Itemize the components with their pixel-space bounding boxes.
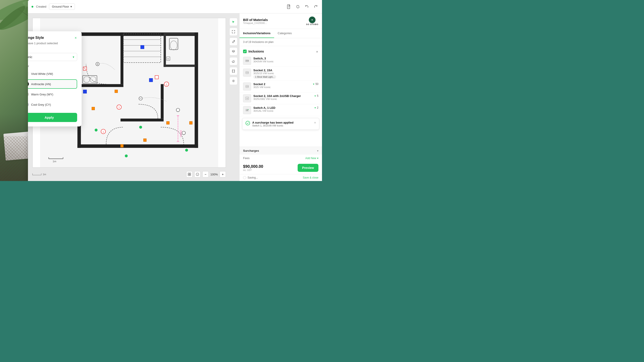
saving-label: Saving... — [248, 176, 258, 179]
apply-button[interactable]: Apply — [28, 113, 77, 122]
surcharge-subtitle: Switch 1, 3015XA VW Iconic — [252, 124, 312, 127]
svg-rect-16 — [120, 119, 164, 122]
total-price: $90,000.00 — [243, 164, 263, 169]
save-close-button[interactable]: Save & close — [303, 176, 318, 179]
item-thumbnail: USB — [243, 94, 251, 102]
qty-arrow-icon: ▼ — [314, 107, 316, 109]
item-name: Socket 2, 10A with 2xUSB Charger — [253, 94, 312, 98]
qty-value: 2 — [317, 106, 318, 109]
redo-icon[interactable] — [313, 4, 318, 9]
modal-header: Change Style × — [28, 36, 77, 40]
sostobo-logo: SO STOBO — [306, 16, 318, 25]
colour-vivid-white[interactable]: Vivid White (VW) — [28, 69, 77, 78]
inclusions-left: Inclusions — [243, 50, 264, 53]
svg-rect-74 — [232, 72, 233, 72]
status-dot — [32, 6, 33, 7]
qty-arrow-icon: ▼ — [314, 95, 316, 97]
bom-panel: Bill of Materials Tchappat_CH29590... SO… — [239, 13, 322, 181]
surcharge-notification: A surcharge has been applied Switch 1, 3… — [242, 118, 319, 130]
svg-rect-40 — [115, 90, 118, 93]
zoom-in-button[interactable]: + — [220, 171, 226, 177]
svg-text:1: 1 — [166, 83, 167, 86]
edit-icon[interactable] — [230, 37, 238, 45]
zoom-level: 100% — [210, 173, 218, 176]
colour-anthracite[interactable]: Anthracite (AN) — [28, 79, 77, 89]
svg-text:2500m: 2500m — [180, 130, 182, 137]
bom-header: Bill of Materials Tchappat_CH29590... SO… — [240, 13, 322, 29]
bom-subtitle: Tchappat_CH29590... — [243, 22, 268, 24]
inclusions-collapse-icon[interactable]: ▲ — [316, 50, 318, 53]
modal-subtitle: You have 1 product selected — [28, 41, 77, 45]
inclusions-title: Inclusions — [248, 50, 264, 53]
style-value: Iconic — [28, 55, 32, 59]
list-item[interactable]: Switch, 3 3043VA VW Iconic — [240, 55, 322, 67]
svg-text:1: 1 — [118, 106, 120, 109]
zoom-out-button[interactable]: − — [202, 171, 209, 177]
svg-rect-79 — [188, 175, 189, 176]
style-dropdown[interactable]: Iconic ▾ — [28, 53, 77, 61]
refresh-icon[interactable] — [295, 4, 300, 9]
chevron-down-icon: ▾ — [73, 55, 74, 59]
add-new-chevron-icon: ▾ — [317, 157, 318, 160]
svg-rect-18 — [164, 32, 166, 67]
list-item[interactable]: Switch A, 1 LED 3041AL VW Iconic ▼ 2 — [240, 104, 322, 116]
item-name: Switch A, 1 LED — [253, 106, 312, 109]
tab-categories[interactable]: Categories — [274, 29, 296, 38]
list-item[interactable]: USB Socket 2, 10A with 2xUSB Charger 302… — [240, 92, 322, 104]
svg-rect-56 — [83, 90, 86, 93]
eraser-icon[interactable] — [230, 57, 238, 65]
toolbar-icons — [286, 4, 318, 9]
grid-view-icon[interactable] — [186, 171, 192, 177]
svg-rect-87 — [248, 60, 248, 61]
surcharge-close-button[interactable]: × — [314, 121, 316, 124]
add-new-label: Add New — [305, 157, 316, 160]
info-icon[interactable]: i — [194, 171, 200, 177]
item-info: Socket 2 3025 VW Iconic — [253, 82, 310, 88]
cursor-tool-icon[interactable] — [230, 18, 238, 26]
settings-icon[interactable] — [230, 77, 238, 85]
item-code: 3025/15 VW Iconic — [253, 72, 318, 75]
item-code: 3041AL VW Iconic — [253, 109, 312, 112]
surcharges-row[interactable]: Surcharges ▾ — [240, 147, 322, 155]
svg-point-38 — [176, 108, 180, 111]
undo-icon[interactable] — [304, 4, 310, 9]
change-style-modal: Change Style × You have 1 product select… — [28, 31, 82, 126]
layers-icon[interactable] — [230, 47, 238, 55]
inclusions-checkbox[interactable] — [243, 50, 247, 53]
svg-rect-45 — [190, 121, 192, 124]
colour-cool-grey[interactable]: Cool Grey (CY) — [28, 100, 77, 109]
document-icon[interactable] — [286, 4, 292, 9]
svg-rect-15 — [161, 84, 164, 118]
anthracite-check — [28, 81, 29, 86]
transform-icon[interactable] — [230, 67, 238, 75]
modal-title: Change Style — [28, 36, 44, 40]
svg-text:USB: USB — [246, 98, 248, 99]
bom-content[interactable]: Inclusions ▲ Switch, 3 3043VA VW Iconic — [240, 46, 322, 147]
item-tag[interactable]: 1 Brick Wall Light... — [253, 75, 276, 79]
tab-inclusion-variations[interactable]: Inclusion/Variations — [240, 29, 274, 38]
svg-text:1m: 1m — [52, 160, 56, 163]
svg-rect-9 — [77, 144, 198, 148]
app-container: Created Ground Floor ▾ — [28, 0, 322, 181]
svg-rect-6 — [287, 5, 290, 9]
svg-rect-58 — [149, 78, 152, 82]
preview-button[interactable]: Preview — [298, 164, 318, 172]
save-row: Saving... Save & close — [240, 174, 322, 181]
floor-label: Ground Floor — [52, 5, 69, 8]
expand-icon[interactable] — [230, 28, 238, 36]
inclusions-header: Inclusions ▲ — [240, 48, 322, 55]
svg-rect-14 — [77, 84, 124, 87]
qty-value: 5 — [317, 94, 318, 97]
list-item[interactable]: Socket 2, 15A 3025/15 VW Iconic 1 Brick … — [240, 67, 322, 81]
svg-point-100 — [248, 109, 249, 110]
item-thumbnail — [243, 106, 251, 114]
colour-warm-grey[interactable]: Warm Grey (WY) — [28, 90, 77, 99]
add-new-button[interactable]: Add New ▾ — [305, 157, 318, 160]
svg-rect-32 — [155, 75, 158, 79]
floor-dropdown[interactable]: Ground Floor ▾ — [49, 3, 75, 10]
bom-tabs: Inclusion/Variations Categories — [240, 29, 322, 38]
modal-close-button[interactable]: × — [74, 36, 77, 40]
list-item[interactable]: Socket 2 3025 VW Iconic ▼ 50 — [240, 81, 322, 92]
item-thumbnail — [243, 82, 251, 90]
svg-point-46 — [94, 129, 98, 132]
